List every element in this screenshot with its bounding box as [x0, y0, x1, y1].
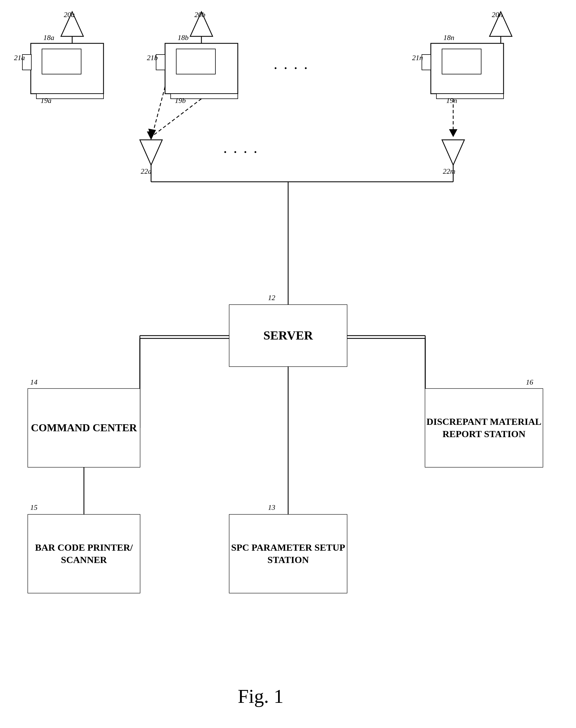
svg-marker-18	[140, 140, 162, 165]
label-22m: 22m	[443, 167, 455, 176]
label-20a: 20a	[64, 11, 75, 19]
server-box: SERVER	[229, 305, 347, 367]
dots-middle: . . . .	[224, 143, 259, 156]
figure-caption: Fig. 1	[238, 685, 283, 707]
label-18b: 18b	[178, 34, 189, 42]
label-21n: 21n	[412, 54, 423, 62]
label-15: 15	[30, 503, 37, 512]
svg-rect-1	[42, 49, 81, 74]
label-22a: 22a	[141, 167, 152, 176]
label-21a: 21a	[14, 54, 25, 62]
label-20b: 20b	[195, 11, 205, 19]
diagram: 18a 20a 21a 19a 18b 20b 21b 19b 18n 20n …	[0, 0, 576, 728]
label-19a: 19a	[40, 96, 52, 105]
label-18a: 18a	[44, 34, 54, 42]
svg-rect-13	[442, 49, 481, 74]
spc-box: SPC PARAMETER SETUP STATION	[229, 515, 347, 593]
label-19b: 19b	[175, 96, 186, 105]
label-12: 12	[268, 294, 275, 302]
svg-rect-15	[422, 55, 431, 70]
label-21b: 21b	[147, 54, 158, 62]
label-18n: 18n	[443, 34, 454, 42]
label-19n: 19n	[446, 96, 457, 105]
dots-top: . . . .	[274, 59, 309, 72]
svg-marker-20	[442, 140, 464, 165]
bar-code-box: BAR CODE PRINTER/ SCANNER	[28, 515, 140, 593]
label-16: 16	[526, 378, 533, 386]
discrepant-box: DISCREPANT MATERIAL REPORT STATION	[425, 389, 543, 467]
svg-marker-27	[449, 129, 457, 137]
svg-rect-7	[176, 49, 215, 74]
label-20n: 20n	[492, 11, 503, 19]
command-center-box: COMMAND CENTER	[28, 389, 140, 467]
label-13: 13	[268, 503, 275, 512]
label-14: 14	[30, 378, 37, 386]
